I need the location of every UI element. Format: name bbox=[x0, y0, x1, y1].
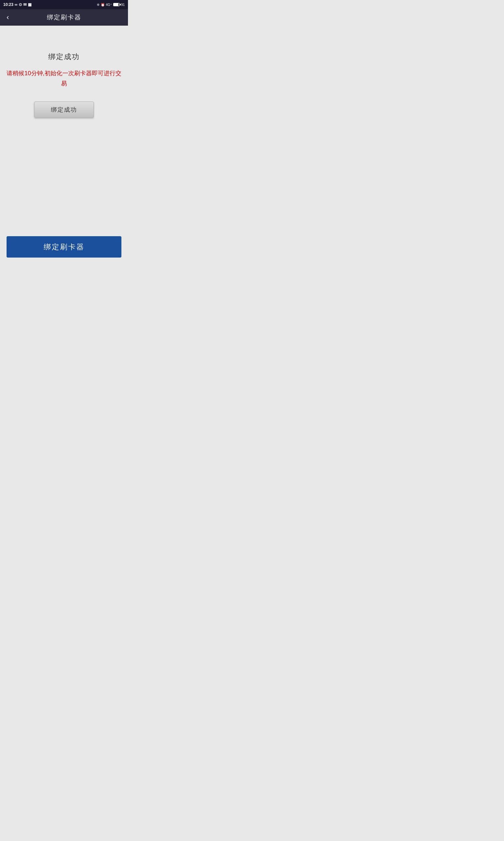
bluetooth-icon: ✲ bbox=[97, 3, 100, 6]
header: ‹ 绑定刷卡器 bbox=[0, 9, 128, 25]
status-left: 10:23 ∞ ⊙ ✉ ▦ bbox=[3, 2, 32, 7]
gray-success-button[interactable]: 绑定成功 bbox=[34, 102, 94, 118]
status-right: ✲ ⏰ 4G⁺ 91 bbox=[97, 3, 125, 6]
battery-icon bbox=[113, 3, 120, 6]
success-title: 绑定成功 bbox=[48, 52, 80, 62]
battery-fill bbox=[113, 3, 119, 6]
battery-percent: 91 bbox=[121, 3, 125, 6]
back-button[interactable]: ‹ bbox=[5, 12, 11, 23]
status-time: 10:23 bbox=[3, 2, 14, 7]
back-icon: ‹ bbox=[6, 13, 9, 22]
page-title: 绑定刷卡器 bbox=[47, 13, 82, 22]
wechat-icon: ⊙ bbox=[19, 2, 22, 7]
status-bar: 10:23 ∞ ⊙ ✉ ▦ ✲ ⏰ 4G⁺ 91 bbox=[0, 0, 128, 9]
signal-icon: 4G⁺ bbox=[106, 3, 112, 6]
image-icon: ▦ bbox=[28, 2, 32, 7]
bind-card-reader-button[interactable]: 绑定刷卡器 bbox=[6, 236, 121, 258]
alarm-icon: ⏰ bbox=[101, 3, 105, 6]
success-message: 请稍候10分钟,初始化一次刷卡器即可进行交易 bbox=[6, 68, 121, 88]
footer-area: 绑定刷卡器 bbox=[0, 231, 128, 277]
mail-icon: ✉ bbox=[23, 2, 26, 7]
main-content: 绑定成功 请稍候10分钟,初始化一次刷卡器即可进行交易 绑定成功 bbox=[0, 25, 128, 124]
infinity-icon: ∞ bbox=[15, 2, 18, 7]
